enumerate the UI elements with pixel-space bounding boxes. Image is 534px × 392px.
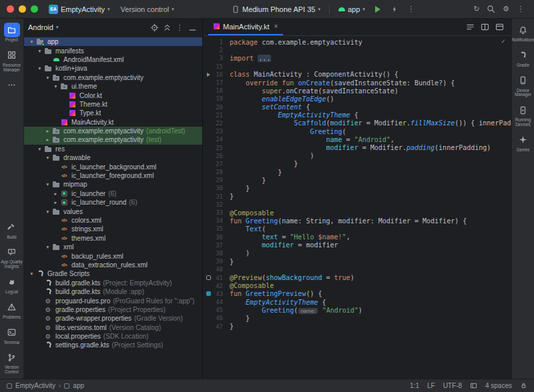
tree-item[interactable]: ⚙local.properties(SDK Location) [24,332,202,341]
tool-button-gemini[interactable]: Gemini [512,131,534,154]
project-widget[interactable]: EA EmptyActivity ▾ [46,3,113,15]
run-button[interactable] [371,3,384,16]
code-line[interactable]: 39} [203,257,511,265]
code-line[interactable]: 23 Greeting( [203,127,511,135]
code-line[interactable]: 40 [203,265,511,273]
code-line[interactable]: 33@Composable [203,209,511,217]
tool-button-resources[interactable]: Resource Manager [0,47,23,74]
inspection-status[interactable]: ✓ [501,37,505,45]
tree-item[interactable]: ▾com.example.emptyactivity [24,73,202,82]
code-line[interactable]: 2 [203,46,511,54]
indent-setting[interactable]: 4 spaces [485,382,512,389]
search-icon[interactable] [485,3,498,16]
code-line[interactable]: 22 Scaffold(modifier = Modifier.fillMaxS… [203,119,511,127]
zoom-window-button[interactable] [31,5,38,13]
tool-button-aqi[interactable]: App Quality Insights [0,243,23,271]
tree-item[interactable]: MainActivity.kt [24,118,202,127]
close-window-button[interactable] [7,5,14,13]
code-line[interactable]: 38 ) [203,249,511,257]
tool-button-vcs[interactable]: Version Control [0,349,23,376]
code-line[interactable]: 41@Preview(showBackground = true) [203,273,511,281]
code-line[interactable]: 45 Greeting(name: "Android") [203,306,511,314]
tree-item[interactable]: ▸com.example.emptyactivity(androidTest) [24,127,202,135]
minimize-window-button[interactable] [19,5,26,13]
collapse-icon[interactable] [161,21,173,33]
tool-button-project[interactable]: Project [0,21,23,44]
code-line[interactable]: 24 name = "Android", [203,135,511,143]
tree-item[interactable]: </>themes.xml [24,234,202,243]
code-line[interactable]: 26 ) [203,152,511,160]
tool-button-running[interactable]: Running Devices [512,101,534,129]
device-selector[interactable]: Medium Phone API 35 ▾ [229,4,323,15]
tool-button-terminal[interactable]: Terminal [0,324,23,347]
code-icon[interactable] [463,21,477,34]
tree-item[interactable]: </>colors.xml [24,216,202,225]
tree-item[interactable]: build.gradle.kts(Module :app) [24,287,202,296]
code-line[interactable]: 43fun GreetingPreview() { [203,290,511,298]
tree-item[interactable]: ▾manifests [24,46,202,55]
code-line[interactable]: 21 EmptyActivityTheme { [203,111,511,119]
tree-item[interactable]: AndroidManifest.xml [24,55,202,64]
code-line[interactable]: 34fun Greeting(name: String, modifier: M… [203,217,511,225]
more-icon[interactable]: ⋮ [174,21,186,33]
editor-tab-mainactivity[interactable]: MainActivity.kt × [208,19,283,35]
code-line[interactable]: 35 Text( [203,225,511,233]
project-view-selector[interactable]: Android [28,23,53,31]
tool-button-gradle[interactable]: Gradle [512,47,534,69]
tree-item[interactable]: ⚙libs.versions.toml(Version Catalog) [24,323,202,332]
tree-item[interactable]: ▸ic_launcher_round(6) [24,198,202,207]
tree-item[interactable]: ⚙proguard-rules.pro(ProGuard Rules for "… [24,296,202,305]
tree-item[interactable]: ⚙gradle-wrapper.properties(Gradle Versio… [24,314,202,323]
more-run-actions-button[interactable]: ⋮ [405,3,418,16]
run-config-selector[interactable]: app ▾ [336,4,368,15]
tree-item[interactable]: Type.kt [24,109,202,117]
tree-item[interactable]: ▾res [24,145,202,153]
code-line[interactable]: 28 } [203,168,511,176]
code-line[interactable]: 15 [203,63,511,71]
breadcrumb-project[interactable]: EmptyActivity [15,382,55,389]
tree-item[interactable]: ▾ui.theme [24,82,202,91]
tree-item[interactable]: ⚙gradle.properties(Project Properties) [24,305,202,314]
tree-item[interactable]: ▾values [24,207,202,215]
tree-item[interactable]: Color.kt [24,91,202,99]
code-line[interactable]: 37 modifier = modifier [203,241,511,249]
locate-icon[interactable] [148,21,160,33]
tool-button-device[interactable]: Device Manager [512,72,534,99]
tree-item[interactable]: </>backup_rules.xml [24,251,202,260]
design-icon[interactable] [493,21,506,34]
settings-icon[interactable]: ⚙ [499,3,513,16]
cursor-position[interactable]: 1:1 [410,382,419,389]
tree-item[interactable]: ▾app [24,37,202,46]
tree-item[interactable]: ▾xml [24,243,202,251]
tree-item[interactable]: ▾Gradle Scripts [24,269,202,278]
code-line[interactable]: 16class MainActivity : ComponentActivity… [203,71,511,79]
tree-item[interactable]: </>ic_launcher_foreground.xml [24,171,202,180]
code-line[interactable]: 31} [203,193,511,201]
line-separator[interactable]: LF [427,382,435,389]
code-line[interactable]: 1package com.example.emptyactivity [203,38,511,46]
tree-item[interactable]: ▾kotlin+java [24,64,202,73]
more-icon[interactable]: ⋮ [514,3,527,16]
code-line[interactable]: 25 modifier = Modifier.padding(innerPadd… [203,143,511,151]
code-line[interactable]: 19 enableEdgeToEdge() [203,95,511,103]
code-line[interactable]: 18 super.onCreate(savedInstanceState) [203,87,511,95]
tree-item[interactable]: settings.gradle.kts(Project Settings) [24,341,202,349]
tree-item[interactable]: ▸ic_launcher(6) [24,189,202,198]
apply-changes-button[interactable] [388,3,401,16]
code-line[interactable]: 30 } [203,184,511,192]
tool-button-bell[interactable]: Notifications [512,21,534,44]
tree-item[interactable]: </>data_extraction_rules.xml [24,261,202,269]
code-line[interactable]: 17 override fun onCreate(savedInstanceSt… [203,79,511,87]
tree-item[interactable]: build.gradle.kts(Project: EmptyActivity) [24,279,202,287]
code-line[interactable]: 29 } [203,176,511,184]
code-line[interactable]: 44 EmptyActivityTheme { [203,298,511,306]
close-icon[interactable]: × [274,23,278,30]
code-line[interactable]: 46 } [203,314,511,322]
file-encoding[interactable]: UTF-8 [443,382,462,389]
tree-item[interactable]: ▾mipmap [24,180,202,189]
split-icon[interactable] [478,21,491,34]
code-line[interactable]: 3import ... [203,54,511,62]
code-line[interactable]: 27 } [203,160,511,168]
tree-item[interactable]: ▾drawable [24,153,202,162]
tool-button-build[interactable]: Build [0,219,23,241]
